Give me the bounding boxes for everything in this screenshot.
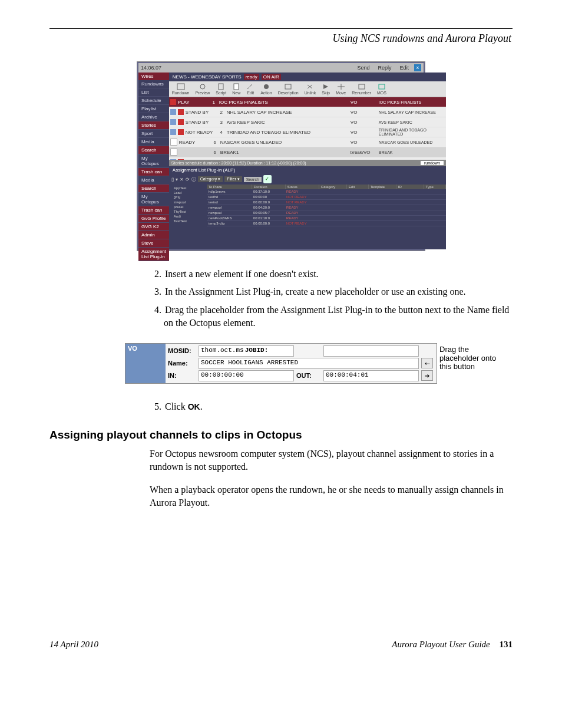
table-row[interactable]: STAND BY2NHL SALARY CAP INCREASEVONHL SA… [169, 107, 446, 117]
in-value: 00:00:00:00 [199, 370, 294, 381]
arrow-button[interactable]: ➔ [421, 370, 433, 381]
step-2: 2.Insert a new element if one doesn't ex… [150, 268, 513, 281]
footer-date: 14 April 2010 [49, 640, 98, 650]
step-3: 3.In the Assignment List Plug-in, create… [150, 285, 513, 298]
tb-script[interactable]: Script [213, 81, 229, 97]
sidebar-item[interactable]: Playlist [138, 105, 169, 113]
filter-icon[interactable]: ▾ [176, 177, 178, 182]
send-button[interactable]: Send [354, 64, 372, 71]
sidebar-item[interactable]: Admin [138, 231, 169, 239]
paragraph-2: When a playback operator opens the rundo… [150, 483, 513, 510]
sidebar-item[interactable]: Sport [138, 130, 169, 138]
list-item[interactable]: newpool00:00:05:7READY [207, 210, 446, 216]
drag-target-button[interactable]: ⇠ [421, 358, 433, 368]
tb-description[interactable]: Description [275, 81, 302, 97]
footer-guide: Aurora Playout User Guide [392, 640, 490, 649]
section-heading: Assigning playout channels to clips in O… [49, 429, 513, 442]
svg-rect-0 [177, 84, 184, 90]
tb-skip[interactable]: Skip [319, 81, 333, 97]
tb-renumber[interactable]: Renumber [349, 81, 374, 97]
svg-point-4 [264, 84, 269, 89]
sidebar-item[interactable]: Archive [138, 113, 169, 121]
sidebar-item[interactable]: Media [138, 138, 169, 146]
tree-item[interactable]: preset [170, 205, 206, 209]
alp-tree: AppTest Lead JFN inwpool preset ThyTest … [169, 185, 207, 249]
rundown-table: PLAY1IOC PICKS FINALISTSVOIOC PICKS FINA… [169, 97, 446, 160]
sidebar-item[interactable]: My Octopus [138, 193, 169, 206]
close-icon[interactable]: × [414, 64, 421, 71]
vo-label: VO [125, 344, 166, 383]
check-icon[interactable]: ✓ [263, 175, 272, 183]
table-row[interactable]: STAND BY3AVS KEEP SAKICVOAVS KEEP SAKIC [169, 117, 446, 127]
rundown-footer: Stories schedule duration : 20:00 (11:52… [169, 160, 446, 166]
tree-item[interactable]: Lead [170, 190, 206, 195]
edit-button[interactable]: Edit [396, 64, 412, 71]
reply-button[interactable]: Reply [375, 64, 394, 71]
sidebar-item[interactable]: Schedule [138, 97, 169, 105]
tree-item[interactable]: inwpool [170, 200, 206, 205]
rundown-toolbar: Rundown Preview Script New Edit Action D… [169, 81, 446, 97]
table-row[interactable]: PLAY1IOC PICKS FINALISTSVOIOC PICKS FINA… [169, 97, 446, 107]
tb-move[interactable]: Move [333, 81, 349, 97]
tree-item[interactable]: TestTest [170, 219, 206, 223]
list-item[interactable]: hdlp1news00:37:10:0READY [207, 189, 446, 195]
svg-rect-3 [234, 84, 239, 90]
tb-new[interactable]: New [229, 81, 243, 97]
sidebar-item[interactable]: Media [138, 176, 169, 185]
jobid-value [323, 345, 419, 357]
table-row[interactable]: 6BREAK1break/VOBREAK [169, 147, 446, 157]
refresh-icon[interactable]: ⟳ [186, 177, 190, 182]
filter-combo[interactable]: Filter ▾ [224, 176, 242, 182]
step-4: 4.Drag the placeholder from the Assignme… [150, 304, 513, 330]
search-field[interactable]: Search [244, 177, 262, 182]
sidebar-item[interactable]: Rundowns [138, 80, 169, 88]
svg-rect-5 [285, 84, 291, 89]
in-label: IN: [168, 372, 196, 379]
tb-unlink[interactable]: Unlink [302, 81, 319, 97]
alp-panel-title: Assignment List Plug-in (ALP) [169, 166, 446, 174]
list-item[interactable]: temp3-clip00:00:00:0NOT READY [207, 221, 446, 226]
out-value: 00:00:04:01 [323, 370, 419, 381]
sidebar-item[interactable]: Trash can [138, 168, 169, 176]
tree-item[interactable]: Audi [170, 214, 206, 219]
list-item[interactable]: newpool00:04:20:0READY [207, 205, 446, 210]
cancel-icon[interactable]: ✕ [180, 177, 184, 182]
svg-rect-6 [359, 84, 365, 89]
step-5: 5.Click OK. [150, 400, 513, 413]
sidebar-item[interactable]: Assignment List Plug-in [138, 248, 169, 261]
new-icon[interactable]: ▯ [171, 177, 174, 182]
tree-item[interactable]: JFN [170, 195, 206, 200]
list-item[interactable]: testhd00:00:00NOT READY [207, 195, 446, 200]
list-item[interactable]: testsd00:00:00:0NOT READY [207, 200, 446, 205]
tree-item[interactable]: AppTest [170, 186, 206, 190]
tb-action[interactable]: Action [257, 81, 275, 97]
sidebar-item[interactable]: Steve [138, 239, 169, 248]
sidebar-item[interactable]: GvG Profile [138, 215, 169, 223]
tb-edit[interactable]: Edit [243, 81, 257, 97]
sidebar-item[interactable]: Search [138, 185, 169, 193]
svg-rect-2 [219, 84, 223, 90]
octopus-element-callout: VO MOSID: thom.oct.msJOBID: Name: SOCCER… [125, 343, 437, 384]
tb-mos[interactable]: MOS [374, 81, 389, 97]
table-row[interactable]: NOT READY4TRINIDAD AND TOBAGO ELIMINATED… [169, 127, 446, 137]
table-row[interactable]: READY6NASCAR GOES UNLEADEDVONASCAR GOES … [169, 137, 446, 147]
svg-rect-7 [379, 84, 385, 89]
footer-page-number: 131 [500, 640, 513, 649]
sidebar-item[interactable]: My Octopus [138, 154, 169, 168]
tb-rundown[interactable]: Rundown [169, 81, 193, 97]
category-combo[interactable]: Category ▾ [198, 176, 223, 182]
sidebar-item[interactable]: List [138, 88, 169, 97]
list-item[interactable]: newPool2WFS00:01:10:0READY [207, 216, 446, 221]
sidebar-item[interactable]: Search [138, 146, 169, 154]
mosid-label: MOSID: [168, 347, 196, 354]
sidebar-item[interactable]: Trash can [138, 206, 169, 215]
info-icon[interactable]: ⓘ [191, 176, 196, 183]
left-sidebar-upper: Wires Rundowns List Schedule Playlist Ar… [138, 73, 169, 249]
rundown-dropdown[interactable]: rundown [421, 161, 444, 165]
sidebar-item-wires[interactable]: Wires [138, 73, 169, 80]
tb-preview[interactable]: Preview [192, 81, 213, 97]
sidebar-item[interactable]: Stories [138, 121, 169, 130]
tree-item[interactable]: ThyTest [170, 209, 206, 214]
mosid-value: thom.oct.msJOBID: [199, 345, 294, 357]
sidebar-item[interactable]: GVG K2 [138, 223, 169, 231]
